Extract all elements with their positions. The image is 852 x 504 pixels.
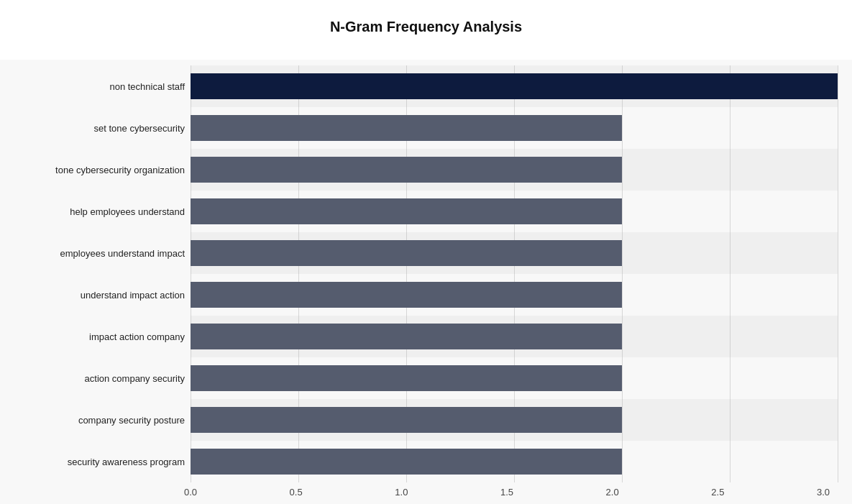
title-bar: N-Gram Frequency Analysis (0, 0, 852, 60)
x-tick-1.0: 1.0 (395, 487, 408, 498)
y-label-8: company security posture (14, 399, 191, 441)
bar-fill-7 (191, 365, 622, 391)
inner-chart: non technical staffset tone cybersecurit… (14, 65, 838, 482)
y-label-text-9: security awareness program (68, 457, 185, 467)
bar-fill-8 (191, 407, 622, 433)
y-label-2: tone cybersecurity organization (14, 149, 191, 191)
y-label-text-7: action company security (85, 373, 185, 384)
bar-fill-5 (191, 282, 622, 308)
y-label-text-2: tone cybersecurity organization (55, 165, 185, 175)
grid-line-3.0 (838, 65, 838, 482)
y-label-text-8: company security posture (78, 415, 185, 426)
y-label-5: understand impact action (14, 274, 191, 316)
x-tick-0.0: 0.0 (184, 487, 197, 498)
y-label-7: action company security (14, 357, 191, 399)
y-label-4: employees understand impact (14, 232, 191, 274)
x-tick-3.0: 3.0 (817, 487, 830, 498)
y-label-text-0: non technical staff (109, 81, 185, 92)
y-label-1: set tone cybersecurity (14, 107, 191, 149)
grid-line-2.5 (730, 65, 730, 482)
bar-fill-2 (191, 157, 622, 183)
bars-area (191, 65, 838, 482)
chart-container: N-Gram Frequency Analysis non technical … (0, 0, 852, 504)
y-label-text-4: employees understand impact (60, 248, 185, 259)
grid-line-2.0 (622, 65, 623, 482)
bar-fill-0 (191, 73, 838, 99)
y-label-9: security awareness program (14, 441, 191, 482)
bar-fill-9 (191, 449, 622, 475)
bar-fill-4 (191, 240, 622, 266)
y-labels: non technical staffset tone cybersecurit… (14, 65, 191, 482)
y-label-0: non technical staff (14, 65, 191, 107)
chart-title: N-Gram Frequency Analysis (14, 12, 838, 42)
bar-fill-3 (191, 198, 622, 224)
y-label-3: help employees understand (14, 191, 191, 232)
x-tick-2.0: 2.0 (606, 487, 619, 498)
y-label-text-6: impact action company (89, 331, 185, 342)
bar-fill-6 (191, 324, 622, 349)
y-label-text-5: understand impact action (81, 290, 185, 301)
x-axis-area: 0.00.51.01.52.02.53.0 (191, 482, 838, 504)
x-tick-1.5: 1.5 (500, 487, 513, 498)
x-tick-2.5: 2.5 (711, 487, 724, 498)
y-label-text-3: help employees understand (70, 206, 185, 217)
chart-body: non technical staffset tone cybersecurit… (0, 60, 852, 504)
y-label-text-1: set tone cybersecurity (94, 123, 185, 134)
y-label-6: impact action company (14, 316, 191, 357)
x-tick-0.5: 0.5 (290, 487, 303, 498)
bar-fill-1 (191, 115, 622, 141)
